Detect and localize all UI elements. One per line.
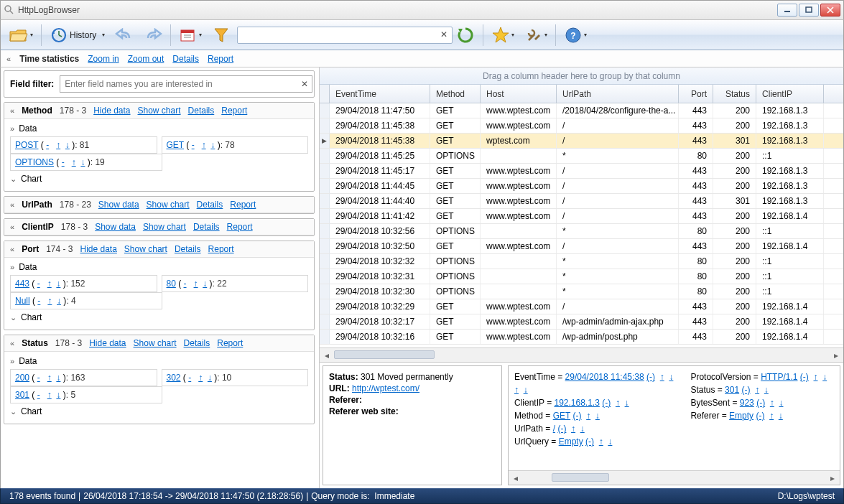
col-status[interactable]: Status: [713, 85, 756, 103]
expand-icon[interactable]: ⌄: [10, 174, 17, 184]
expand-icon[interactable]: ⌄: [10, 407, 17, 416]
expand-icon[interactable]: »: [10, 357, 14, 365]
zoom-in-link[interactable]: Zoom in: [88, 54, 119, 64]
zoom-out-link[interactable]: Zoom out: [128, 54, 164, 64]
field-filter-input[interactable]: [60, 75, 312, 93]
cat-method-details-link[interactable]: Details: [188, 106, 215, 116]
col-eventtime[interactable]: EventTime: [330, 85, 430, 103]
scroll-right-icon[interactable]: ▸: [827, 472, 838, 484]
value-link[interactable]: Null: [15, 296, 30, 306]
table-row[interactable]: 29/04/2018 11:41:42 GET www.wptest.com /…: [320, 209, 843, 224]
col-method[interactable]: Method: [430, 85, 481, 103]
collapse-icon[interactable]: «: [10, 223, 14, 231]
col-urlpath[interactable]: UrlPath: [557, 85, 679, 103]
expand-icon[interactable]: ⌄: [10, 313, 17, 322]
expand-icon[interactable]: »: [10, 263, 14, 271]
collapse-icon[interactable]: «: [10, 339, 14, 347]
grid-hscroll[interactable]: ◂ ▸: [320, 347, 843, 362]
cat-method-report-link[interactable]: Report: [221, 106, 247, 116]
minimize-button[interactable]: [777, 4, 797, 17]
expand-icon[interactable]: »: [10, 124, 14, 133]
value-link[interactable]: 443: [15, 279, 29, 289]
history-button[interactable]: History ▾: [46, 23, 108, 47]
cat-port-chart-link[interactable]: Show chart: [124, 244, 167, 254]
table-row[interactable]: 29/04/2018 10:32:16 GET www.wptest.com /…: [320, 330, 843, 345]
cat-clientip-chart-link[interactable]: Show chart: [143, 222, 186, 232]
cat-port-data-link[interactable]: Hide data: [80, 244, 116, 254]
col-clientip[interactable]: ClientIP: [756, 85, 824, 103]
report-link[interactable]: Report: [208, 54, 233, 64]
value-link[interactable]: GET: [167, 140, 184, 150]
scroll-left-icon[interactable]: ◂: [321, 350, 333, 361]
detail-hscroll[interactable]: ◂ ▸: [509, 470, 840, 485]
detail-value-link[interactable]: 192.168.1.3: [554, 398, 599, 408]
filter-button[interactable]: [208, 23, 234, 47]
col-host[interactable]: Host: [481, 85, 557, 103]
cat-method-chart-link[interactable]: Show chart: [138, 106, 181, 116]
cat-port-report-link[interactable]: Report: [208, 244, 234, 254]
value-link[interactable]: 302: [167, 373, 181, 383]
search-input[interactable]: [237, 27, 453, 44]
col-port[interactable]: Port: [679, 85, 713, 103]
details-link[interactable]: Details: [172, 54, 199, 64]
table-row[interactable]: 29/04/2018 10:32:29 GET www.wptest.com /…: [320, 299, 843, 314]
collapse-icon[interactable]: «: [6, 55, 11, 63]
cat-urlpath-details-link[interactable]: Details: [197, 200, 223, 210]
scroll-left-icon[interactable]: ◂: [510, 472, 521, 484]
cat-status-report-link[interactable]: Report: [217, 338, 243, 348]
collapse-icon[interactable]: «: [10, 106, 14, 115]
cat-status-details-link[interactable]: Details: [184, 338, 210, 348]
refresh-button[interactable]: [453, 23, 478, 47]
cat-clientip-report-link[interactable]: Report: [227, 222, 253, 232]
cat-status-chart-link[interactable]: Show chart: [134, 338, 177, 348]
grid-body[interactable]: 29/04/2018 11:47:50 GET www.wptest.com /…: [320, 103, 843, 347]
favorites-button[interactable]: ▾: [488, 23, 518, 47]
redo-button[interactable]: [140, 23, 166, 47]
open-button[interactable]: ▾: [5, 23, 37, 47]
detail-value-link[interactable]: /: [553, 424, 555, 434]
detail-value-link[interactable]: Empty: [559, 437, 583, 447]
value-link[interactable]: 80: [167, 279, 176, 289]
cat-clientip-data-link[interactable]: Show data: [95, 222, 136, 232]
table-row[interactable]: 29/04/2018 11:45:25 OPTIONS * 80 200 ::1: [320, 149, 843, 164]
help-button[interactable]: ? ▾: [560, 23, 590, 47]
value-link[interactable]: OPTIONS: [15, 157, 54, 167]
collapse-icon[interactable]: «: [10, 200, 14, 209]
table-row[interactable]: 29/04/2018 10:32:30 OPTIONS * 80 200 ::1: [320, 284, 843, 299]
date-range-button[interactable]: ▾: [175, 23, 205, 47]
tools-button[interactable]: ▾: [521, 23, 551, 47]
table-row[interactable]: 29/04/2018 10:32:17 GET www.wptest.com /…: [320, 314, 843, 330]
table-row[interactable]: 29/04/2018 10:32:32 OPTIONS * 80 200 ::1: [320, 254, 843, 269]
cat-urlpath-chart-link[interactable]: Show chart: [147, 200, 190, 210]
detail-value-link[interactable]: HTTP/1.1: [761, 372, 797, 382]
table-row[interactable]: 29/04/2018 10:32:50 GET www.wptest.com /…: [320, 239, 843, 254]
url-link[interactable]: http://wptest.com/: [352, 383, 419, 393]
clear-field-filter-icon[interactable]: ✕: [301, 79, 308, 89]
cat-port-details-link[interactable]: Details: [175, 244, 201, 254]
table-row[interactable]: 29/04/2018 11:47:50 GET www.wptest.com /…: [320, 103, 843, 118]
table-row[interactable]: 29/04/2018 11:44:45 GET www.wptest.com /…: [320, 179, 843, 194]
clear-search-icon[interactable]: ✕: [438, 29, 450, 41]
close-button[interactable]: [820, 4, 840, 17]
table-row[interactable]: 29/04/2018 11:45:17 GET www.wptest.com /…: [320, 164, 843, 179]
scroll-thumb[interactable]: [552, 473, 609, 482]
cat-clientip-details-link[interactable]: Details: [193, 222, 220, 232]
detail-value-link[interactable]: 301: [725, 385, 739, 395]
undo-button[interactable]: [111, 23, 137, 47]
group-by-header[interactable]: Drag a column header here to group by th…: [320, 67, 843, 85]
collapse-icon[interactable]: «: [10, 245, 14, 253]
detail-value-link[interactable]: 923: [740, 398, 754, 408]
table-row[interactable]: 29/04/2018 10:32:56 OPTIONS * 80 200 ::1: [320, 224, 843, 239]
table-row[interactable]: 29/04/2018 11:45:38 GET www.wptest.com /…: [320, 118, 843, 134]
value-link[interactable]: POST: [15, 140, 38, 150]
maximize-button[interactable]: [799, 4, 819, 17]
scroll-right-icon[interactable]: ▸: [830, 350, 842, 361]
detail-value-link[interactable]: 29/04/2018 11:45:38: [565, 372, 644, 382]
detail-value-link[interactable]: GET: [553, 411, 570, 421]
cat-method-data-link[interactable]: Hide data: [93, 106, 130, 116]
table-row[interactable]: ▶ 29/04/2018 11:45:38 GET wptest.com / 4…: [320, 134, 843, 149]
table-row[interactable]: 29/04/2018 11:44:40 GET www.wptest.com /…: [320, 194, 843, 209]
value-link[interactable]: 200: [15, 373, 29, 383]
detail-value-link[interactable]: Empty: [729, 411, 753, 421]
cat-urlpath-report-link[interactable]: Report: [230, 200, 256, 210]
